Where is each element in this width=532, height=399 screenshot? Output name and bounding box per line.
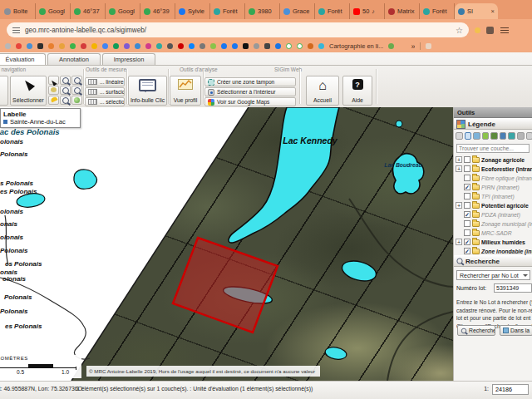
- bookmark-favicon[interactable]: [124, 43, 130, 49]
- lake-kennedy[interactable]: [229, 107, 339, 243]
- bookmark-favicon[interactable]: [27, 43, 32, 49]
- layer-checkbox[interactable]: [464, 156, 470, 163]
- browser-tab[interactable]: Googl: [36, 3, 71, 19]
- bookmark-favicon[interactable]: [70, 43, 76, 49]
- browser-tab[interactable]: Forêt: [420, 3, 455, 19]
- bookmark-favicon[interactable]: [16, 43, 22, 49]
- expand-toggle[interactable]: +: [456, 165, 462, 172]
- bookmark-favicon[interactable]: [286, 43, 292, 49]
- outils-panel-header[interactable]: Outils: [454, 107, 532, 118]
- legend-tool-icon[interactable]: [482, 132, 490, 140]
- zoom-next-button[interactable]: [71, 86, 82, 95]
- layer-checkbox[interactable]: [464, 175, 470, 181]
- ribbon-tab-evaluation[interactable]: Évaluation: [0, 53, 46, 65]
- vue-profil-button[interactable]: Vue profil: [170, 76, 201, 106]
- legend-tool-icon[interactable]: [456, 132, 463, 140]
- infobulle-button[interactable]: Info-bulle Clic: [128, 76, 167, 106]
- bookmark-favicon[interactable]: [264, 43, 270, 49]
- partial-button[interactable]: [0, 76, 8, 106]
- measure-linear-button[interactable]: ... linéaire: [85, 77, 125, 86]
- layer-checkbox[interactable]: [464, 165, 470, 172]
- bookmark-favicon[interactable]: [210, 43, 216, 49]
- legend-tool-icon[interactable]: [465, 132, 472, 140]
- pan-free-button[interactable]: [48, 96, 59, 105]
- layer-row[interactable]: +Potentiel agricole: [456, 201, 532, 209]
- layer-row[interactable]: ✓PIRN (Intranet): [464, 183, 532, 191]
- select-plus-button[interactable]: [48, 76, 59, 85]
- scale-input[interactable]: [492, 384, 529, 395]
- bookmark-favicon[interactable]: [167, 43, 173, 49]
- bookmark-favicon[interactable]: [200, 43, 205, 49]
- bookmark-favicon[interactable]: [243, 43, 249, 49]
- layer-row[interactable]: ✓PDZA (intranet): [464, 210, 532, 219]
- expand-toggle[interactable]: +: [456, 239, 462, 245]
- legend-tool-icon[interactable]: [508, 132, 515, 140]
- lot-number-input[interactable]: [494, 283, 532, 293]
- ribbon-tab-annotation[interactable]: Annotation: [47, 53, 101, 65]
- bookmark-favicon[interactable]: [156, 43, 162, 49]
- selected-parcel[interactable]: [173, 238, 278, 332]
- zone-tampon-button[interactable]: Créer une zone tampon: [204, 77, 296, 86]
- ribbon-tab-impression[interactable]: Impression: [102, 53, 155, 65]
- layer-row[interactable]: TPI (intranet): [464, 192, 532, 200]
- address-bar[interactable]: geo.mrc-antoine-labelle.qc.ca/sigimweb/ …: [7, 22, 469, 37]
- legend-tool-icon[interactable]: [517, 132, 525, 140]
- layer-row[interactable]: +Ecoforestier (intranet): [456, 165, 532, 173]
- legend-tool-icon[interactable]: [500, 132, 507, 140]
- pond[interactable]: [396, 121, 402, 127]
- bookmark-favicon[interactable]: [297, 43, 303, 49]
- legend-tool-icon[interactable]: [526, 132, 532, 140]
- pond[interactable]: [74, 170, 96, 189]
- bookmark-favicon[interactable]: [232, 43, 238, 49]
- browser-tab-active[interactable]: SI×: [455, 3, 498, 19]
- layer-row[interactable]: Fibre optique (intranet): [464, 174, 532, 182]
- layer-checkbox[interactable]: ✓: [464, 248, 470, 254]
- legend-tool-icon[interactable]: [473, 132, 480, 140]
- bookmark-favicon[interactable]: [189, 43, 195, 49]
- browser-tab[interactable]: 3980: [245, 3, 280, 19]
- reading-list-icon[interactable]: [426, 43, 431, 49]
- browser-tab[interactable]: 46°37: [71, 3, 106, 19]
- layer-row[interactable]: ✓Zone inondable (intranet): [464, 247, 532, 255]
- pond[interactable]: [324, 346, 347, 361]
- browser-tab[interactable]: Googl: [106, 3, 140, 19]
- legende-section-header[interactable]: Légende: [454, 118, 532, 130]
- google-maps-button[interactable]: Voir sur Google Maps: [204, 97, 296, 106]
- layer-row[interactable]: +✓Milieux humides: [456, 238, 532, 246]
- zoom-out-button[interactable]: [71, 76, 82, 85]
- bookmark-favicon[interactable]: [102, 43, 108, 49]
- layer-checkbox[interactable]: ✓: [464, 239, 470, 245]
- expand-toggle[interactable]: +: [456, 202, 462, 209]
- browser-tab[interactable]: Forêt: [210, 3, 245, 19]
- expand-toggle[interactable]: +: [456, 156, 462, 163]
- bookmark-favicon[interactable]: [178, 43, 184, 49]
- browser-tab[interactable]: 46°39: [140, 3, 175, 19]
- legend-tool-icon[interactable]: [490, 132, 498, 140]
- measure-area-button[interactable]: ... surfacique: [85, 87, 125, 96]
- bookmark-favicon[interactable]: [113, 43, 119, 49]
- pan-button[interactable]: [48, 86, 59, 95]
- layer-checkbox[interactable]: ✓: [464, 211, 470, 218]
- bookmark-favicon[interactable]: [81, 43, 86, 49]
- bookmark-favicon[interactable]: [318, 43, 324, 49]
- extension-icon[interactable]: [475, 27, 480, 33]
- bookmark-favicon[interactable]: [145, 43, 151, 49]
- layer-row[interactable]: Zonage municipal (intranet): [464, 219, 532, 228]
- select-tool-button[interactable]: Sélectionner: [10, 76, 47, 106]
- layer-row[interactable]: MRC-SADR: [464, 229, 532, 237]
- browser-tab[interactable]: Matrix: [385, 3, 420, 19]
- lake-boudreau[interactable]: [393, 154, 424, 194]
- zoom-extent-button[interactable]: [60, 96, 71, 105]
- recherche-section-header[interactable]: Recherche: [454, 255, 532, 267]
- bookmark-favicon[interactable]: [91, 43, 97, 49]
- bookmark-favicon[interactable]: [308, 43, 313, 49]
- measure-selection-button[interactable]: ... sélection: [85, 97, 125, 106]
- tab-close-icon[interactable]: ×: [491, 7, 495, 15]
- bookmarks-overflow-chevron[interactable]: »: [411, 42, 415, 51]
- bookmark-favicon[interactable]: [37, 43, 43, 49]
- bookmark-favicon[interactable]: [48, 43, 54, 49]
- bookmark-star-icon[interactable]: ☆: [456, 26, 463, 35]
- bookmark-favicon[interactable]: [275, 43, 281, 49]
- map-viewport[interactable]: Lac Kennedy Lac Boudreau Lac des Polonai…: [0, 107, 453, 381]
- layer-checkbox[interactable]: [464, 229, 470, 236]
